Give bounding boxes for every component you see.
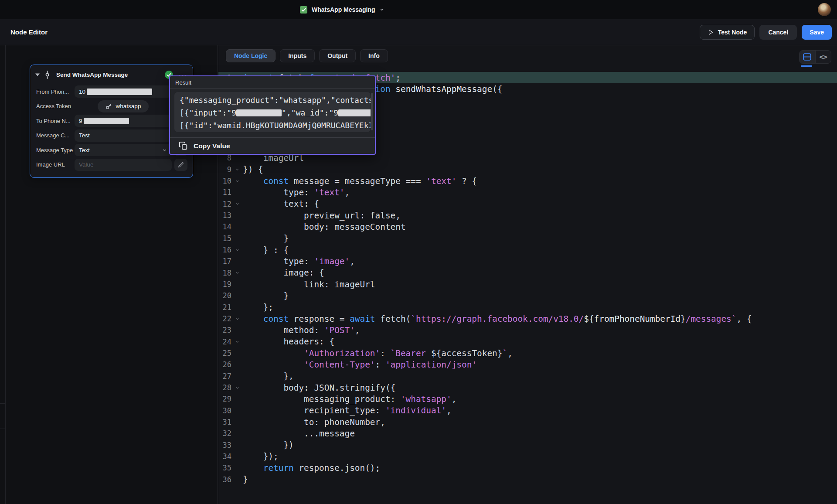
line-number: 20 xyxy=(218,291,231,300)
edit-field-button[interactable] xyxy=(174,159,187,171)
code-line: 23 method: 'POST', xyxy=(218,324,837,336)
code-line: 22 const response = await fetch(`https:/… xyxy=(218,313,837,324)
result-line: [{"input":"9","wa_id":"9 xyxy=(180,106,365,119)
tab-output[interactable]: Output xyxy=(319,49,356,62)
tab-inputs[interactable]: Inputs xyxy=(280,49,315,62)
tab-node-logic[interactable]: Node Logic xyxy=(226,49,276,62)
line-number: 12 xyxy=(218,200,231,208)
line-number: 9 xyxy=(218,165,231,174)
collapse-caret-icon[interactable] xyxy=(35,73,40,76)
line-number: 33 xyxy=(218,441,231,450)
code-text: link: imageUrl xyxy=(243,279,375,289)
line-number: 29 xyxy=(218,395,231,403)
code-text: 'Authorization': `Bearer ${accessToken}`… xyxy=(243,348,513,358)
fold-toggle[interactable] xyxy=(231,201,243,206)
result-line: [{"id":"wamid.HBgKOTU0MDA0MjQ0MRUCABEYEk… xyxy=(180,119,365,132)
test-node-label: Test Node xyxy=(718,29,747,36)
code-line: 13 preview_url: false, xyxy=(218,210,837,221)
redacted-value xyxy=(87,89,152,95)
test-node-button[interactable]: Test Node xyxy=(700,25,755,40)
code-line: 33 }) xyxy=(218,439,837,451)
cancel-button[interactable]: Cancel xyxy=(759,25,797,40)
code-line: 11 type: 'text', xyxy=(218,187,837,198)
avatar[interactable] xyxy=(818,3,831,16)
code-line: 36} xyxy=(218,473,837,485)
workflow-selector[interactable]: WhatsApp Messaging xyxy=(300,0,384,19)
line-number: 8 xyxy=(218,153,231,162)
code-line: 9}) { xyxy=(218,164,837,175)
code-text: recipient_type: 'individual', xyxy=(243,405,452,415)
line-number: 26 xyxy=(218,360,231,369)
field-text-control[interactable]: Test xyxy=(75,129,172,142)
field-select-control[interactable]: Text xyxy=(75,144,172,156)
chevron-down-icon xyxy=(379,7,384,12)
code-text: const response = await fetch(`https://gr… xyxy=(243,314,752,324)
field-label: Message Type xyxy=(36,147,75,153)
node-card[interactable]: Send WhatsApp Message ··· From Phon...10… xyxy=(30,65,193,178)
result-popup: Result {"messaging_product":"whatsapp","… xyxy=(169,75,376,155)
save-button[interactable]: Save xyxy=(802,25,832,40)
split-view-button[interactable] xyxy=(800,51,815,63)
code-text: type: 'image', xyxy=(243,256,355,266)
code-line: 27 }, xyxy=(218,371,837,382)
fold-toggle[interactable] xyxy=(231,179,243,184)
popup-scrollbar[interactable] xyxy=(371,93,373,130)
code-text: } xyxy=(243,291,289,301)
code-line: 24 headers: { xyxy=(218,336,837,347)
code-text: messaging_product: 'whatsapp', xyxy=(243,394,456,404)
code-line: 21 }; xyxy=(218,302,837,313)
line-number: 13 xyxy=(218,211,231,220)
code-line: 30 recipient_type: 'individual', xyxy=(218,405,837,416)
code-text: body: messageContent xyxy=(243,222,406,232)
fold-toggle[interactable] xyxy=(231,248,243,252)
fold-toggle[interactable] xyxy=(231,167,243,172)
fold-toggle[interactable] xyxy=(231,339,243,344)
copy-value-label: Copy Value xyxy=(194,142,230,150)
field-row: Message TypeText xyxy=(36,144,187,156)
header-actions: Test Node Cancel Save xyxy=(700,25,832,40)
rail-divider xyxy=(0,429,5,429)
active-toggle-indicator xyxy=(801,65,812,67)
result-line: {"messaging_product":"whatsapp","contact… xyxy=(180,94,365,106)
secret-key-chip[interactable]: whatsapp xyxy=(98,100,149,112)
field-label: From Phon... xyxy=(36,89,75,95)
page-title: Node Editor xyxy=(10,28,48,36)
code-tabs: Node LogicInputsOutputInfo xyxy=(226,49,388,62)
result-output: {"messaging_product":"whatsapp","contact… xyxy=(174,92,371,132)
field-label: Access Token xyxy=(36,103,75,109)
copy-icon xyxy=(179,141,188,150)
field-label: Message C... xyxy=(36,132,75,139)
code-line: 15 } xyxy=(218,233,837,244)
fold-toggle[interactable] xyxy=(231,317,243,321)
code-text: text: { xyxy=(243,199,319,209)
line-number: 31 xyxy=(218,418,231,426)
code-text: }) xyxy=(243,440,294,450)
code-view-button[interactable]: <> xyxy=(816,51,831,63)
code-text: type: 'text', xyxy=(243,187,350,198)
copy-value-button[interactable]: Copy Value xyxy=(170,137,375,154)
code-text: preview_url: false, xyxy=(243,211,401,221)
code-brackets-icon: <> xyxy=(820,53,827,61)
workflow-status-check-icon xyxy=(300,6,307,14)
fold-toggle[interactable] xyxy=(231,385,243,390)
line-number: 23 xyxy=(218,326,231,334)
field-redacted-control[interactable]: 10 xyxy=(75,85,172,98)
chevron-down-icon xyxy=(235,201,240,206)
line-number: 18 xyxy=(218,269,231,277)
code-line: 19 link: imageUrl xyxy=(218,279,837,290)
field-input-control[interactable]: Value xyxy=(75,159,172,171)
line-number: 32 xyxy=(218,429,231,438)
split-view-icon xyxy=(803,53,811,61)
field-redacted-control[interactable]: 9 xyxy=(75,115,172,127)
line-number: 21 xyxy=(218,303,231,312)
chevron-down-icon xyxy=(235,317,240,321)
code-line: 25 'Authorization': `Bearer ${accessToke… xyxy=(218,347,837,359)
code-line: 31 to: phoneNumber, xyxy=(218,416,837,428)
field-row: Access Tokenwhatsapp xyxy=(36,100,187,112)
code-line: 16 } : { xyxy=(218,244,837,255)
code-text: const message = messageType === 'text' ?… xyxy=(243,176,477,186)
tab-info[interactable]: Info xyxy=(360,49,388,62)
chevron-down-icon xyxy=(162,147,167,153)
fold-toggle[interactable] xyxy=(231,270,243,275)
field-label: To Phone N... xyxy=(36,118,75,124)
